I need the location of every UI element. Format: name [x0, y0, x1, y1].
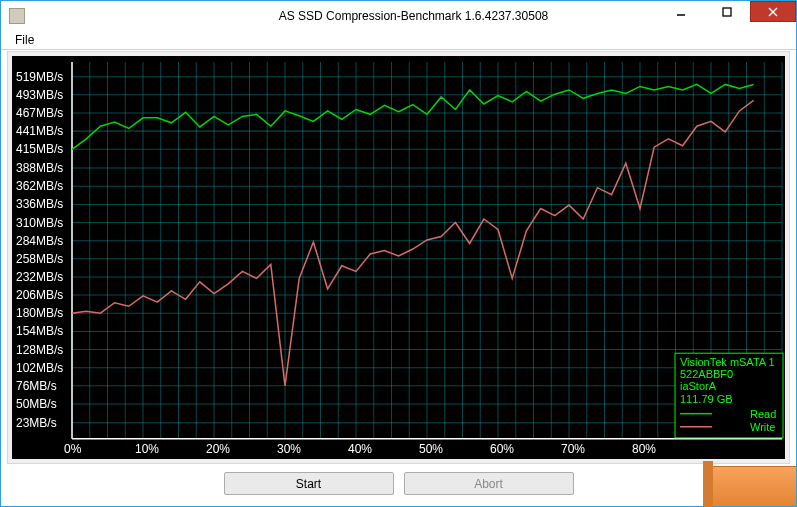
svg-text:154MB/s: 154MB/s	[16, 324, 63, 338]
legend-capacity: 111.79 GB	[680, 393, 733, 405]
svg-text:232MB/s: 232MB/s	[16, 270, 63, 284]
svg-text:519MB/s: 519MB/s	[16, 70, 63, 84]
svg-rect-1	[723, 8, 731, 16]
svg-text:30%: 30%	[277, 442, 301, 456]
titlebar[interactable]: AS SSD Compression-Benchmark 1.6.4237.30…	[1, 1, 796, 30]
svg-text:180MB/s: 180MB/s	[16, 306, 63, 320]
svg-text:102MB/s: 102MB/s	[16, 361, 63, 375]
svg-text:415MB/s: 415MB/s	[16, 142, 63, 156]
chart-legend: VisionTek mSATA 1 522ABBF0 iaStorA 111.7…	[675, 353, 783, 438]
svg-text:310MB/s: 310MB/s	[16, 216, 63, 230]
legend-driver: iaStorA	[680, 380, 717, 392]
svg-text:50MB/s: 50MB/s	[16, 397, 57, 411]
chart-svg: 23MB/s50MB/s76MB/s102MB/s128MB/s154MB/s1…	[12, 56, 785, 459]
svg-text:493MB/s: 493MB/s	[16, 88, 63, 102]
watermark-ribbon	[708, 466, 796, 506]
app-window: AS SSD Compression-Benchmark 1.6.4237.30…	[0, 0, 797, 507]
svg-text:206MB/s: 206MB/s	[16, 288, 63, 302]
start-button[interactable]: Start	[224, 472, 394, 495]
svg-text:76MB/s: 76MB/s	[16, 379, 57, 393]
svg-text:388MB/s: 388MB/s	[16, 161, 63, 175]
legend-write: Write	[750, 421, 775, 433]
svg-text:70%: 70%	[561, 442, 585, 456]
svg-text:467MB/s: 467MB/s	[16, 106, 63, 120]
svg-text:128MB/s: 128MB/s	[16, 343, 63, 357]
close-button[interactable]	[750, 1, 796, 22]
client-area: 23MB/s50MB/s76MB/s102MB/s128MB/s154MB/s1…	[7, 51, 790, 464]
svg-text:362MB/s: 362MB/s	[16, 179, 63, 193]
svg-text:0%: 0%	[64, 442, 82, 456]
svg-text:258MB/s: 258MB/s	[16, 252, 63, 266]
compression-chart: 23MB/s50MB/s76MB/s102MB/s128MB/s154MB/s1…	[12, 56, 785, 459]
svg-text:40%: 40%	[348, 442, 372, 456]
minimize-button[interactable]	[658, 1, 704, 22]
legend-device: VisionTek mSATA 1	[680, 356, 775, 368]
svg-text:80%: 80%	[632, 442, 656, 456]
app-icon	[9, 8, 25, 24]
svg-text:284MB/s: 284MB/s	[16, 234, 63, 248]
svg-text:20%: 20%	[206, 442, 230, 456]
svg-text:336MB/s: 336MB/s	[16, 197, 63, 211]
button-row: Start Abort	[1, 472, 796, 498]
svg-text:60%: 60%	[490, 442, 514, 456]
svg-text:10%: 10%	[135, 442, 159, 456]
menu-file[interactable]: File	[7, 31, 42, 49]
menubar: File	[1, 30, 796, 50]
legend-read: Read	[750, 408, 776, 420]
maximize-button[interactable]	[704, 1, 750, 22]
legend-firmware: 522ABBF0	[680, 368, 733, 380]
abort-button: Abort	[404, 472, 574, 495]
svg-text:441MB/s: 441MB/s	[16, 124, 63, 138]
window-controls	[658, 1, 796, 22]
svg-text:23MB/s: 23MB/s	[16, 416, 57, 430]
svg-text:50%: 50%	[419, 442, 443, 456]
